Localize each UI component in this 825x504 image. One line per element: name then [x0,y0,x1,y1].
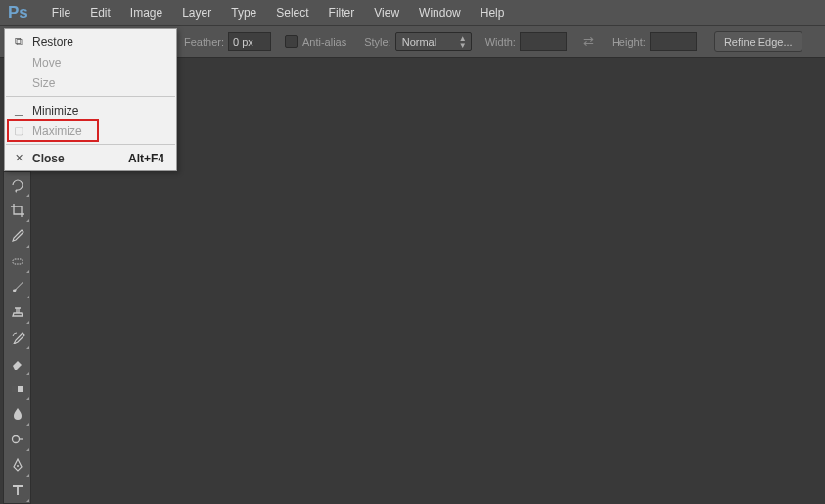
svg-point-4 [17,465,19,467]
menu-item-label: Restore [32,35,73,49]
blur-tool[interactable] [4,401,30,427]
pen-tool[interactable] [4,452,30,478]
refine-edge-button[interactable]: Refine Edge... [714,31,802,52]
svg-rect-2 [12,386,18,392]
menu-filter[interactable]: Filter [319,0,365,25]
healing-brush-tool[interactable] [4,249,30,274]
width-input [520,32,567,51]
dodge-tool[interactable] [4,427,30,452]
toolbox [3,171,31,504]
feather-label: Feather: [184,36,224,48]
menu-layer[interactable]: Layer [172,0,221,25]
menu-file[interactable]: File [42,0,80,25]
menu-item-label: Maximize [32,124,82,138]
style-select[interactable]: Normal ▲▼ [395,32,472,51]
menu-item-maximize: ▢ Maximize [5,120,176,141]
menu-item-restore[interactable]: ⧉ Restore [5,31,176,52]
eyedropper-tool[interactable] [4,223,30,249]
menu-edit[interactable]: Edit [80,0,120,25]
feather-input[interactable] [228,32,271,51]
menu-item-label: Move [32,56,61,69]
menu-help[interactable]: Help [471,0,515,25]
clone-stamp-tool[interactable] [4,299,30,325]
menu-view[interactable]: View [364,0,409,25]
menu-image[interactable]: Image [120,0,172,25]
menu-select[interactable]: Select [266,0,318,25]
updown-icon: ▲▼ [459,35,467,49]
antialias-label: Anti-alias [302,36,346,48]
height-label: Height: [612,36,646,48]
menu-item-close[interactable]: ✕ Close Alt+F4 [5,148,176,168]
svg-rect-0 [13,259,23,264]
history-brush-tool[interactable] [4,325,30,350]
menu-bar: Ps File Edit Image Layer Type Select Fil… [0,0,825,25]
menu-item-minimize[interactable]: ▁ Minimize [5,100,176,120]
menu-separator [6,144,175,145]
width-label: Width: [485,36,516,48]
menu-item-label: Size [32,76,55,90]
window-control-menu: ⧉ Restore Move Size ▁ Minimize ▢ Maximiz… [4,28,177,171]
restore-icon: ⧉ [12,34,25,48]
lasso-tool[interactable] [4,172,30,198]
menu-item-label: Minimize [32,104,78,117]
close-icon: ✕ [12,151,25,164]
menu-item-size: Size [5,72,176,93]
menu-window[interactable]: Window [409,0,471,25]
menu-item-shortcut: Alt+F4 [128,152,164,165]
type-tool[interactable] [4,478,30,503]
brush-tool[interactable] [4,274,30,299]
eraser-tool[interactable] [4,350,30,376]
crop-tool[interactable] [4,198,30,223]
style-label: Style: [364,36,391,48]
svg-point-3 [12,436,19,443]
menu-item-label: Close [32,152,65,165]
swap-dimensions-icon[interactable]: ⇄ [580,33,598,51]
style-select-value: Normal [402,36,436,48]
maximize-icon: ▢ [12,123,25,137]
antialias-checkbox[interactable] [285,35,298,48]
app-logo: Ps [8,3,28,23]
gradient-tool[interactable] [4,376,30,401]
menu-type[interactable]: Type [221,0,266,25]
menu-item-move: Move [5,52,176,72]
minimize-icon: ▁ [12,103,25,116]
menu-separator [6,96,175,97]
height-input [650,32,697,51]
